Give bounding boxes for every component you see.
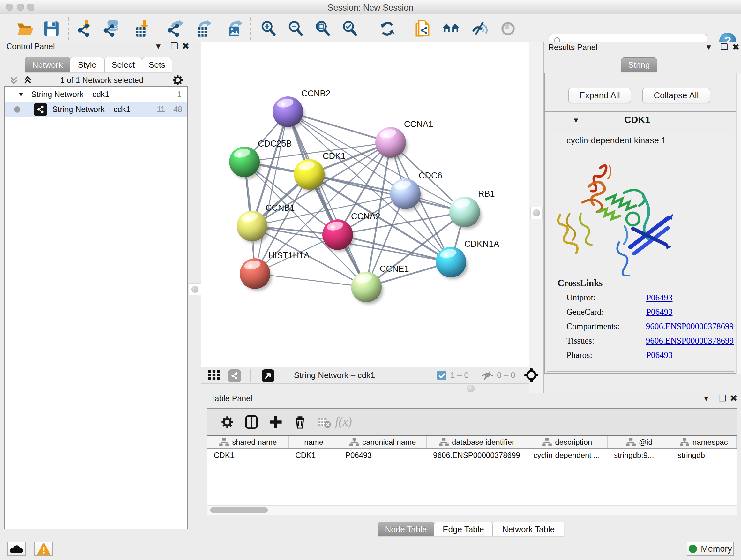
cell-description[interactable]: cyclin-dependent ... [527,449,608,462]
node-RB1[interactable] [449,197,482,229]
memory-button[interactable]: Memory [687,542,734,556]
tab-node-table[interactable]: Node Table [378,522,434,537]
node-CDC6[interactable] [390,179,422,211]
column-header-canonical-name[interactable]: canonical name [339,436,427,448]
expand-all-networks-icon[interactable] [22,75,33,85]
zoom-in-icon[interactable] [259,19,278,38]
cloud-button[interactable] [7,542,25,556]
control-panel-float-icon[interactable]: ▼ [154,42,162,51]
zoom-selected-icon[interactable] [341,19,359,38]
crosslink-value[interactable]: 9606.ENSP00000378699 [646,336,734,346]
column-header-namespac[interactable]: namespac [671,436,737,448]
tab-edge-table[interactable]: Edge Table [434,522,493,537]
collection-collapse-triangle-icon[interactable]: ▼ [18,91,24,98]
table-panel-maximize-icon[interactable]: ❑ [718,393,726,403]
hidden-eye-slash-icon[interactable] [481,371,494,380]
table-row[interactable]: CDK1CDK1P064939606.ENSP00000378699cyclin… [207,449,737,462]
string-results-eye-icon[interactable] [499,19,517,38]
column-header-name[interactable]: name [289,436,339,448]
results-panel-close-icon[interactable]: ✖ [732,42,739,52]
birdseye-grid-icon[interactable] [208,370,220,380]
gear-icon[interactable] [219,414,235,430]
tab-network-table[interactable]: Network Table [493,522,564,537]
expand-all-button[interactable]: Expand All [568,88,631,103]
table-panel-close-icon[interactable]: ✖ [730,393,737,403]
node-CCNA1[interactable] [375,127,408,160]
detach-view-icon[interactable] [261,369,275,382]
results-panel-float-icon[interactable]: ▼ [705,43,713,52]
tab-string-results[interactable]: String [621,57,657,72]
trash-icon[interactable] [292,414,308,430]
cell-database-identifier[interactable]: 9606.ENSP00000378699 [427,449,527,462]
control-panel-maximize-icon[interactable]: ❑ [171,41,178,51]
open-file-icon[interactable] [16,19,35,38]
network-collection-row[interactable]: ▼ String Network – cdk1 1 [5,87,187,102]
crosslink-value[interactable]: 9606.ENSP00000378699 [646,321,734,331]
crosslink-value[interactable]: P06493 [646,293,673,303]
cell-@id[interactable]: stringdb:9... [608,449,671,462]
status-bar: Memory [0,537,741,560]
tab-style[interactable]: Style [70,57,105,72]
column-header-@id[interactable]: @id [608,436,671,448]
node-CDC25B[interactable] [229,146,261,179]
save-session-icon[interactable] [42,19,61,38]
control-panel-close-icon[interactable]: ✖ [182,41,189,51]
string-import-icon[interactable] [414,19,432,38]
warning-icon [37,543,51,555]
results-scrollbar[interactable] [736,73,741,374]
import-table-icon[interactable] [131,19,149,38]
column-header-shared-name[interactable]: shared name [207,436,289,448]
cell-namespac[interactable]: stringdb [671,449,737,462]
node-CDKN1A[interactable] [435,247,468,279]
node-label-CCNA1: CCNA1 [404,119,433,129]
edge-CCNA2-CDKN1A[interactable] [338,235,451,262]
string-home-icon[interactable] [442,19,461,38]
selected-node-edge-counts: 1 – 0 [450,370,469,380]
results-panel-maximize-icon[interactable]: ❑ [720,42,728,52]
cell-shared-name[interactable]: CDK1 [207,449,289,462]
toolbar-separator [250,17,251,40]
export-network-icon[interactable] [165,19,184,38]
columns-icon[interactable] [243,414,260,430]
network-options-gear-icon[interactable] [171,73,185,87]
cell-canonical-name[interactable]: P06493 [339,449,427,462]
node-CDK1[interactable] [294,159,326,192]
protein-collapse-triangle-icon[interactable]: ▼ [572,116,580,125]
export-table-icon[interactable] [193,19,212,38]
network-share-icon[interactable] [228,369,241,382]
fit-selected-crosshair-icon[interactable] [524,368,538,382]
add-column-icon[interactable] [267,414,284,430]
zoom-out-icon[interactable] [286,19,305,38]
node-HIST1H1A[interactable] [240,258,272,291]
import-network-file-icon[interactable] [75,19,93,38]
results-splitter-handle[interactable] [530,207,542,219]
string-enhance-icon[interactable] [470,19,489,38]
node-label-CCNB2: CCNB2 [301,89,331,98]
crosslink-value[interactable]: P06493 [646,350,673,360]
column-header-description[interactable]: description [527,436,608,448]
control-panel-splitter-handle[interactable] [189,283,201,295]
cell-name[interactable]: CDK1 [289,449,339,462]
tab-select[interactable]: Select [105,57,142,72]
node-CCNE1[interactable] [351,272,383,304]
crosslink-value[interactable]: P06493 [646,307,673,317]
network-row[interactable]: String Network – cdk1 11 48 [5,102,187,117]
collapse-all-networks-icon[interactable] [8,75,19,85]
zoom-fit-icon[interactable] [314,19,332,38]
table-panel-float-icon[interactable]: ▼ [702,394,710,403]
tab-sets[interactable]: Sets [142,57,172,72]
table-scrollbar-thumb[interactable] [210,507,268,513]
collapse-all-button[interactable]: Collapse All [643,88,710,103]
export-image-icon[interactable] [224,19,243,38]
import-network-database-icon[interactable] [102,19,120,38]
warnings-button[interactable] [35,542,53,556]
network-canvas[interactable]: CCNB2 CCNA1 CDC25B CDK1 CDC6 RB1 CCNB1 C… [201,43,529,367]
cloud-icon [9,544,23,554]
selected-checkbox-icon[interactable] [437,371,447,380]
tab-network[interactable]: Network [25,57,70,72]
edge-CCNB2-CCNE1[interactable] [288,112,366,287]
column-header-database-identifier[interactable]: database identifier [427,436,527,448]
table-splitter-dot[interactable] [467,385,475,392]
toolbar-separator [68,17,69,40]
refresh-icon[interactable] [378,19,397,38]
